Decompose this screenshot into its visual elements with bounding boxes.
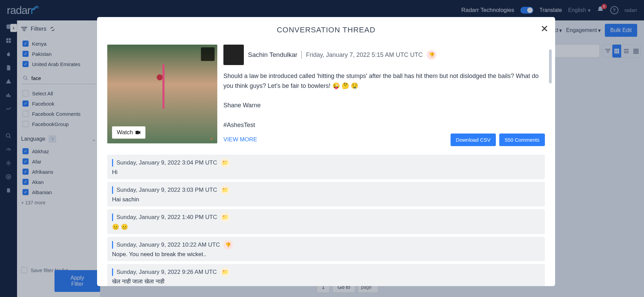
stump-graphic — [162, 64, 164, 109]
view-more-link[interactable]: VIEW MORE — [223, 136, 257, 143]
download-csv-button[interactable]: Download CSV — [451, 134, 496, 146]
sentiment-neutral-icon[interactable]: 📁 — [220, 213, 230, 222]
comment-item[interactable]: Sunday, January 9, 2022 9:26 AM UTC📁खेल … — [107, 264, 545, 286]
comment-text: 😐 😐 — [112, 223, 540, 231]
sentiment-neutral-icon[interactable]: 📁 — [220, 185, 230, 195]
author-name[interactable]: Sachin Tendulkar — [248, 51, 297, 59]
comment-item[interactable]: Sunday, January 9, 2022 1:40 PM UTC📁😐 😐 — [107, 209, 545, 234]
comment-text: Hai sachin — [112, 196, 540, 203]
comment-text: खेल नाही जाला खेला नाही — [112, 278, 540, 285]
comment-item[interactable]: Sunday, January 9, 2022 3:03 PM UTC📁Hai … — [107, 182, 545, 206]
cricket-logo-icon: 🏏 — [210, 137, 214, 140]
author-avatar[interactable] — [223, 45, 244, 65]
comment-date: Sunday, January 9, 2022 10:22 AM UTC — [116, 241, 220, 248]
comment-item[interactable]: Sunday, January 9, 2022 10:22 AM UTC👎Nop… — [107, 237, 545, 261]
modal-scrollbar[interactable] — [549, 49, 552, 83]
post-text: Should a law be introduced called 'hitti… — [223, 71, 545, 130]
post-actions: Download CSV 550 Comments — [223, 134, 545, 146]
comment-date: Sunday, January 9, 2022 3:04 PM UTC — [116, 159, 217, 166]
comment-text: Nope. You need to break the wicket.. — [112, 251, 540, 258]
close-icon[interactable]: ✕ — [540, 23, 548, 34]
comments-list: Sunday, January 9, 2022 3:04 PM UTC📁HiSu… — [107, 155, 545, 286]
svg-rect-51 — [136, 131, 139, 134]
conversation-thread-modal: ✕ CONVERSATION THREAD 🏏 Watch Sachin Ten… — [97, 17, 555, 286]
sentiment-negative-icon[interactable]: 👎 — [223, 240, 233, 250]
comments-count-button[interactable]: 550 Comments — [499, 134, 545, 146]
author-row: Sachin Tendulkar Friday, January 7, 2022… — [223, 45, 545, 65]
comment-text: Hi — [112, 169, 540, 176]
sentiment-neutral-icon[interactable]: 📁 — [220, 267, 230, 277]
modal-title: CONVERSATION THREAD — [107, 26, 545, 34]
post-date: Friday, January 7, 2022 5:15 AM UTC UTC — [306, 51, 423, 59]
comment-date: Sunday, January 9, 2022 9:26 AM UTC — [116, 269, 217, 276]
sentiment-neutral-icon[interactable]: 📁 — [220, 158, 230, 168]
post-row: 🏏 Watch Sachin Tendulkar Friday, January… — [107, 45, 545, 146]
comment-date: Sunday, January 9, 2022 3:03 PM UTC — [116, 187, 217, 193]
comment-item[interactable]: Sunday, January 9, 2022 3:04 PM UTC📁Hi — [107, 155, 545, 179]
comment-date: Sunday, January 9, 2022 1:40 PM UTC — [116, 214, 217, 221]
post-body: Sachin Tendulkar Friday, January 7, 2022… — [223, 45, 545, 146]
post-media[interactable]: 🏏 Watch — [107, 45, 217, 143]
watch-button[interactable]: Watch — [112, 126, 145, 139]
sentiment-negative-icon[interactable]: 👎 — [427, 50, 436, 60]
